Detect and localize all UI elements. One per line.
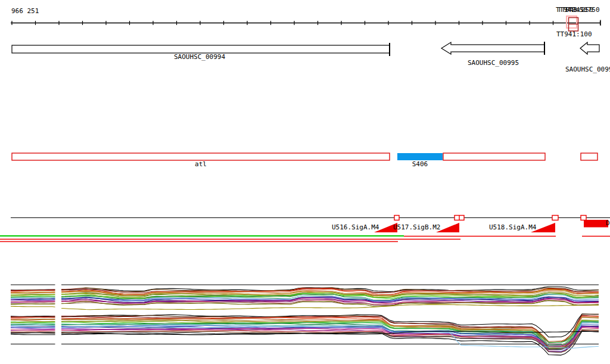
expression-olive-under-line: [11, 304, 599, 309]
gene-saouhsc-00996[interactable]: [587, 45, 599, 52]
gene-label-saouhsc-00995: SAOUHSC_00995: [468, 60, 519, 66]
motif-block-right[interactable]: [584, 220, 608, 228]
motif-label-right-clipped: D: [606, 220, 610, 226]
feature-box-red-2[interactable]: [443, 153, 545, 160]
feature-label-atl: atl: [195, 161, 207, 167]
motif-marker-U518.SigA.M4[interactable]: [552, 216, 558, 220]
genome-browser-view: 966 251 TT942:50 TT943:250 TT941:750 TT9…: [0, 0, 610, 364]
feature-label-s406: S406: [412, 161, 428, 167]
feature-box-S406[interactable]: [397, 153, 443, 160]
gene-label-saouhsc-00996: SAOUHSC_00996: [565, 66, 610, 73]
gene-saouhsc-00996-arrowhead[interactable]: [580, 42, 587, 54]
motif-label-u516-siga-m4: U516.SigA.M4: [332, 224, 379, 231]
motif-label-u518-siga-m4: U518.SigA.M4: [489, 224, 536, 231]
ruler-start-coordinate: 966 251: [11, 8, 39, 14]
gene-label-saouhsc-00994: SAOUHSC_00994: [174, 54, 225, 60]
tracks-canvas: [0, 0, 610, 364]
gene-saouhsc-00995[interactable]: [451, 45, 544, 52]
tss-label-tt941-100: TT941:100: [556, 31, 592, 38]
gene-saouhsc-00994[interactable]: [12, 45, 390, 53]
feature-box-atl[interactable]: [12, 153, 390, 160]
feature-box-red-3[interactable]: [581, 153, 597, 160]
gene-saouhsc-00995-arrowhead[interactable]: [441, 42, 451, 54]
tss-label-overlap-3: TT941:750: [564, 7, 600, 13]
motif-label-u517-sigb-m2: U517.SigB.M2: [393, 224, 440, 231]
motif-marker-right[interactable]: [581, 216, 586, 220]
motif-marker-U516.SigA.M4[interactable]: [394, 216, 399, 220]
chart-gap: [55, 280, 62, 359]
